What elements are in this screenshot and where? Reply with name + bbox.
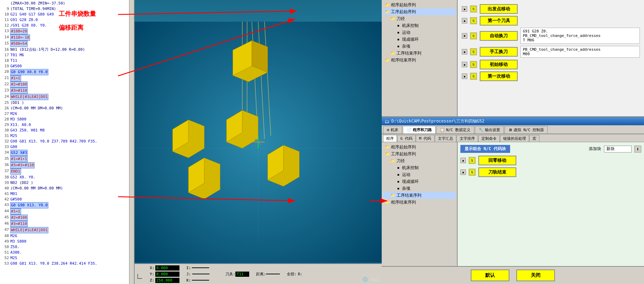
folder-icon: 📁 (390, 50, 396, 56)
top-tree-panel[interactable]: 📁程序起始序列📁工序起始序列📁刀径▪机床控制▪运动▪现成循环▪杂项📁工序结束序列… (382, 0, 458, 116)
folder-icon: 📁 (384, 151, 390, 157)
bottom-nc-block-button[interactable]: 回零移动 (478, 156, 516, 165)
line-content: G98 G81 X13. Y0.0 Z38.264 R42.414 F35. (10, 261, 97, 266)
line-content: T01 M6 (10, 52, 24, 58)
line-content: G43 Z50. H01 M8 (10, 128, 45, 133)
sub-tab[interactable]: 链接的后处理 (500, 135, 529, 142)
tree-item[interactable]: ▪运动 (383, 29, 456, 36)
nc-block-button[interactable]: 初始移动 (480, 60, 518, 69)
item-icon: ▪ (396, 30, 401, 35)
bottom-tree-item[interactable]: ▪杂项 (383, 185, 456, 192)
bottom-tree-item[interactable]: 📁程序起始序列 (383, 144, 456, 150)
expand-button[interactable]: ▪ (462, 74, 467, 79)
tab-label: 程序和刀路 (413, 127, 432, 133)
tree-item[interactable]: 📁工序结束序列 (383, 50, 456, 57)
bottom-tree-item[interactable]: 📁工序结束序列 (383, 192, 456, 199)
line-number: 45 (1, 215, 10, 221)
tree-item[interactable]: ▪现成循环 (383, 36, 456, 43)
expand-button[interactable]: ▪ (462, 18, 467, 23)
nc-block-button[interactable]: 手工换刀 (480, 47, 518, 57)
coord-icon (137, 269, 147, 279)
expand-button[interactable]: ▪ (462, 33, 467, 39)
code-line: 10G21 G40 G17 G80 G49 (1, 12, 133, 17)
code-area[interactable]: (ZMAX=30.00 ZMIN=-37.50)9(TOTAL TIME=0.9… (0, 0, 134, 284)
svg-text:N: N (472, 63, 475, 67)
item-icon: ▪ (396, 43, 401, 49)
left-panel: (ZMAX=30.00 ZMIN=-37.50)9(TOTAL TIME=0.9… (0, 0, 135, 284)
block-icon: N (470, 6, 477, 12)
window-icon: 🗂 (384, 119, 389, 124)
bottom-tree-item[interactable]: ▪现成循环 (383, 178, 456, 185)
main-tab[interactable]: 📄程序和刀路 (403, 126, 436, 134)
nc-block-button[interactable]: 出发点移动 (480, 4, 518, 14)
expand-button[interactable]: ▪ (462, 49, 467, 55)
sub-tab-bar[interactable]: 程序G 代码M 代码文字汇总文字排序定制命令链接的后处理宏 (382, 134, 644, 142)
folder-icon: 📁 (384, 199, 390, 205)
tree-item[interactable]: ▪杂项 (383, 43, 456, 50)
line-number: 10 (1, 12, 10, 17)
bottom-tree-panel[interactable]: 📁程序起始序列📁工序起始序列📁刀径▪机床控制▪运动▪现成循环▪杂项📁工序结束序列… (382, 142, 458, 266)
nc-block-button[interactable]: 第一个刀具 (480, 16, 518, 26)
svg-text:N: N (472, 75, 475, 78)
folder-icon: 📁 (384, 144, 390, 150)
bottom-tree-item[interactable]: 📁程序结束序列 (383, 199, 456, 206)
sub-tab[interactable]: G 代码 (397, 135, 416, 142)
main-tab[interactable]: ⚙机床 (383, 126, 402, 134)
code-line: 30G43 Z50. H01 M8 (1, 128, 133, 133)
default-button[interactable]: 默认 (471, 270, 509, 281)
sub-tab[interactable]: 宏 (529, 135, 539, 142)
expand-button[interactable]: ▪ (460, 169, 466, 175)
tree-item[interactable]: 📁刀径 (383, 15, 456, 22)
sub-tab[interactable]: 定制命令 (478, 135, 500, 142)
svg-text:N: N (472, 34, 475, 38)
nc-block-button[interactable]: 自动换刀 (480, 31, 518, 41)
tree-item[interactable]: 📁工序起始序列 (383, 8, 456, 15)
line-content: M01 (10, 191, 17, 197)
tree-item-label: 杂项 (402, 186, 410, 192)
line-number: 39 (1, 180, 10, 186)
save-button[interactable]: 关闭 (516, 270, 555, 281)
line-number: 28 (1, 117, 10, 122)
block-icon: N (469, 169, 476, 176)
new-block-input[interactable] (604, 146, 632, 153)
line-content: #100=20 (10, 28, 28, 35)
line-content: #1=1 (10, 75, 21, 81)
code-line: 16N01 (D12点钻-1号刀 D=12.00 R=0.00) (1, 47, 133, 52)
code-line: 52M25 (1, 255, 133, 261)
main-tab-bar[interactable]: ⚙机床📄程序和刀路📋N/C 数据定义🔧输出设置🖥虚拟 N/C 控制器 (382, 125, 644, 134)
dist-value (266, 274, 280, 274)
main-tab[interactable]: 🔧输出设置 (475, 126, 504, 134)
bottom-nc-block-button[interactable]: 刀轨结束 (478, 167, 516, 177)
nc-block-button[interactable]: 第一次移动 (480, 71, 518, 81)
line-number: 11 (1, 17, 10, 23)
bottom-tree-item[interactable]: 📁刀径 (383, 157, 456, 164)
line-number: 41 (1, 191, 10, 197)
expand-button[interactable]: ▪ (462, 62, 467, 67)
sub-tab[interactable]: 程序 (383, 135, 397, 142)
nc-code-text: G91 G28 Z0. PB_CMD_tool_change_force_add… (520, 28, 640, 44)
expand-button[interactable]: ▪ (460, 158, 466, 163)
tree-item[interactable]: 📁程序结束序列 (383, 57, 456, 63)
folder-icon: 📁 (384, 57, 390, 63)
main-tab[interactable]: 📋N/C 数据定义 (436, 126, 475, 134)
code-line: 51A300. (1, 250, 133, 255)
bottom-tree-item[interactable]: ▪运动 (383, 171, 456, 178)
sub-tab[interactable]: M 代码 (416, 135, 434, 142)
item-icon: ▪ (396, 179, 401, 184)
add-block-label: 添加块 (589, 146, 601, 152)
sub-tab[interactable]: 文字汇总 (435, 135, 456, 142)
line-number: 30 (1, 128, 10, 133)
sub-tab[interactable]: 文字排序 (457, 135, 478, 142)
line-content: G21 G40 G17 G80 G49 (10, 12, 54, 17)
download-button[interactable]: ⬇ (634, 146, 641, 153)
tree-item[interactable]: ▪机床控制 (383, 22, 456, 29)
tree-item[interactable]: 📁程序起始序列 (383, 1, 456, 8)
main-tab[interactable]: 🖥虚拟 N/C 控制器 (505, 126, 548, 134)
scrollbar[interactable] (129, 0, 134, 284)
viewport-svg (135, 0, 382, 284)
sub-tab-label: 定制命令 (481, 136, 497, 141)
bottom-tree-item[interactable]: ▪机床控制 (383, 164, 456, 171)
bottom-tree-item[interactable]: 📁工序起始序列 (383, 150, 456, 157)
expand-button[interactable]: ▪ (462, 6, 467, 12)
line-content: M25 (10, 255, 17, 261)
